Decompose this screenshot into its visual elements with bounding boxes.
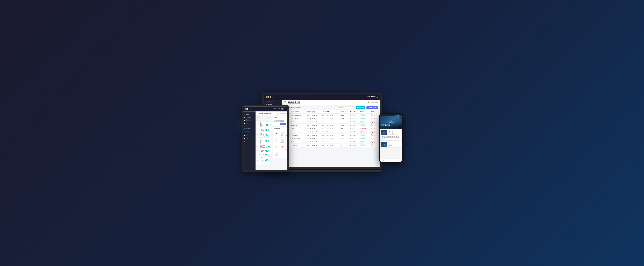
view-button[interactable]: 🔍 (371, 114, 373, 116)
delete-button[interactable]: 🗑 (373, 134, 375, 136)
doc-item-upload[interactable]: ↑ Upload (274, 152, 279, 157)
cell-nama: Dini Febri (290, 140, 306, 144)
status-badge: Active (360, 114, 366, 116)
field-toggle-7[interactable] (265, 154, 269, 155)
doc-item-address[interactable]: 📍 Address Group (280, 145, 285, 151)
pli-desc-1: Hukum jual beli pada dasarnya adalah hal… (380, 136, 402, 140)
cell-status: Active (359, 117, 370, 120)
doc-item-basic-input[interactable]: ▭ Basic Input (280, 131, 285, 138)
tablet-sidebar-form1[interactable]: 📄 Form (243, 122, 256, 124)
doc-item-combo[interactable]: ▼ Combo Box (274, 145, 279, 151)
phone-nav-circle[interactable]: ○ (391, 159, 392, 161)
table-row: 4 Jung Yerin SMA IPA - Kelas 12 SMA N 1 … (284, 124, 378, 127)
cell-username: gowon (340, 117, 349, 120)
pli-title-2[interactable]: Hukum, Hikmah & Rukun Jual Beli (388, 144, 401, 146)
paragraph-icon: ¶ (276, 132, 278, 135)
tablet-sidebar-periode1[interactable]: 📅 Periode Pendaftaran (243, 118, 256, 122)
view-button[interactable]: 🔍 (371, 118, 373, 120)
view-button[interactable]: 🔍 (371, 131, 373, 133)
tablet-sidebar-jurusan1[interactable]: 🎓 Jurusan (243, 124, 256, 127)
delete-button[interactable]: 🗑 (373, 114, 375, 116)
simpan-button[interactable]: Simpan (280, 123, 286, 125)
tab-pendaftaran-icon: 📋 (244, 117, 246, 118)
view-button[interactable]: 🔍 (371, 141, 373, 143)
tablet-sidebar-pengaturan1[interactable]: ⚙ Pengaturan (243, 130, 256, 132)
tablet-sidebar-pendaftaran[interactable]: 📋 Pendaftaran (243, 116, 256, 118)
field-edit-4[interactable]: ✎ (270, 140, 270, 142)
field-toggle-8[interactable] (265, 159, 269, 161)
view-button[interactable]: 🔍 (371, 128, 373, 130)
radio-icon: ● (276, 139, 278, 142)
cell-actions: 🔍 🗑 (370, 140, 378, 144)
import-data-button[interactable]: Import Data (356, 106, 365, 109)
preview-button[interactable]: Preview (274, 123, 280, 125)
pli-link-1[interactable]: selengkapnya (394, 137, 400, 138)
field-edit-6[interactable]: ✎ (270, 150, 270, 152)
phone-list-item-1: ▶ ▶ #1 Hukum, Hikmah & Rukun Jual Beli ▶ (380, 130, 402, 140)
col-status: Status ↕ (359, 110, 370, 114)
tablet-sidebar-dashboard[interactable]: ⊞ Dashboard (243, 113, 256, 116)
field-toggle-5[interactable] (268, 146, 271, 148)
doc-item-input-number[interactable]: # Input Number (286, 131, 287, 138)
delete-button[interactable]: 🗑 (373, 138, 375, 140)
field-toggle-3[interactable] (266, 134, 269, 136)
field-toggle-6[interactable] (265, 150, 269, 152)
view-button[interactable]: 🔍 (371, 124, 373, 126)
delete-button[interactable]: 🗑 (373, 124, 375, 126)
view-button[interactable]: 🔍 (371, 138, 373, 140)
doc-item-datepicker[interactable]: 📅 Form Datepicker (286, 138, 287, 144)
phone-nav-bars[interactable]: ||| (383, 159, 384, 161)
search-input[interactable] (338, 106, 354, 109)
field-edit-3[interactable]: ✎ (270, 134, 271, 135)
col-nama: Nama Lengkap ↕ (290, 110, 306, 114)
field-toggle-1[interactable] (266, 124, 269, 126)
delete-button[interactable]: 🗑 (373, 118, 375, 120)
hamburger-icon[interactable]: ☰ (284, 101, 286, 103)
delete-button[interactable]: 🗑 (373, 128, 375, 130)
phone-video-thumb[interactable]: مبادئ masalamatic.id × Jual Beli Dalam I… (380, 116, 402, 128)
tablet-chevron-icon[interactable]: ▾ (284, 108, 285, 110)
form-field-1: 1 T A. Keterangan Calon Peserta Didik ✎ (256, 122, 271, 128)
tablet-close-icon[interactable]: × (285, 108, 286, 110)
view-button[interactable]: 🔍 (371, 134, 373, 136)
phone-nav-back[interactable]: ‹ (398, 159, 399, 161)
cell-actions: 🔍 🗑 (370, 144, 378, 147)
tablet-sidebar-jurusan2[interactable]: 🎓 Jurusan (243, 140, 256, 142)
field-edit-7[interactable]: ✎ (270, 154, 270, 155)
doc-item-location[interactable]: 📍 Location Group (286, 145, 287, 151)
form-field-5: 5 T NIK (Nomor Induk Kependudukan) ✎ (256, 144, 271, 149)
view-button[interactable]: 🔍 (371, 144, 373, 146)
pli-title-1[interactable]: Hukum, Hikmah & Rukun Jual Beli ▶ (388, 131, 401, 134)
field-toggle-2[interactable] (265, 129, 269, 131)
doc-item-radio[interactable]: ● Radio Button (274, 138, 279, 144)
doc-item-paragraph[interactable]: ¶ Paragraph (274, 131, 279, 138)
cell-username: yuju (340, 120, 349, 124)
tab-data-orang-tua[interactable]: Data Orang Tua (261, 116, 265, 120)
field-edit-2[interactable]: ✎ (270, 130, 270, 131)
tab-data-periode[interactable]: Data Periode (266, 116, 271, 120)
tab-data-diri[interactable]: Data Diri (256, 116, 260, 120)
home-icon[interactable]: 🏠 (368, 102, 369, 103)
field-edit-1[interactable]: ✎ (270, 124, 271, 125)
delete-button[interactable]: 🗑 (373, 121, 375, 123)
delete-button[interactable]: 🗑 (373, 131, 375, 133)
chevron-down-icon[interactable]: ▾ (377, 96, 378, 98)
cell-tgl: 11-05-2021 (349, 120, 359, 124)
cell-username: fauzan (340, 134, 349, 137)
tablet-sidebar-form2[interactable]: 📄 Form (243, 137, 256, 140)
view-button[interactable]: 🔍 (371, 121, 373, 123)
tablet-hamburger-icon[interactable]: ☰ (257, 112, 258, 114)
delete-button[interactable]: 🗑 (373, 141, 375, 143)
tablet-sidebar-pengelola1[interactable]: 👥 Pengelola (243, 127, 256, 130)
tablet-home-icon[interactable]: 🏠 (276, 112, 278, 114)
cell-status: Active (359, 140, 370, 144)
app-header: GET Edu Keanu Reeves Admin ▾ (264, 94, 380, 100)
tablet-sidebar-periode2[interactable]: 📅 Periode Pendaftaran (243, 134, 256, 137)
delete-button[interactable]: 🗑 (373, 144, 375, 146)
field-type-icon-3: ○ (258, 134, 259, 135)
field-toggle-4[interactable] (265, 140, 269, 142)
field-edit-8[interactable]: ✎ (270, 160, 270, 161)
doc-item-checkbox[interactable]: ☑ Checkbox (280, 138, 285, 144)
input-number-icon: # (287, 132, 288, 135)
tambah-siswa-button[interactable]: Tambah Siswa (366, 106, 378, 109)
